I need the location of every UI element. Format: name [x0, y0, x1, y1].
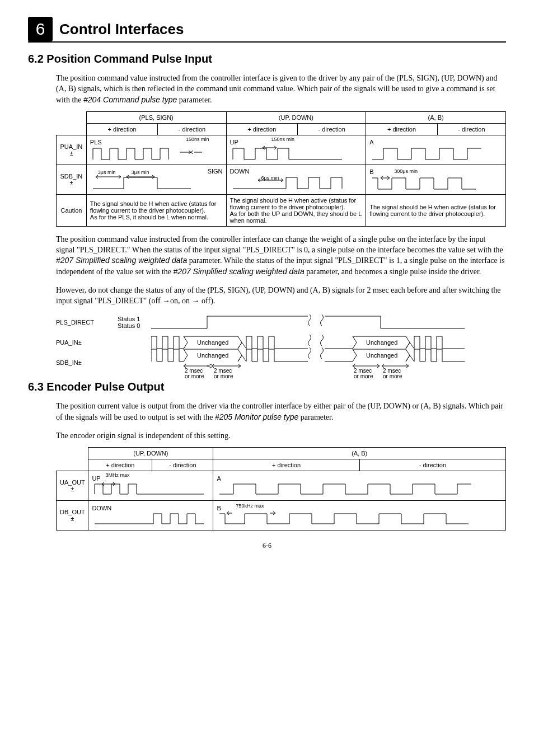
- waveform-up-icon: [230, 145, 348, 161]
- waveform-sign-icon: [90, 175, 208, 191]
- timing-6us: 6μs min: [261, 175, 279, 181]
- sec62-para2: The position command value instructed fr…: [56, 234, 506, 278]
- page-footer: 6-6: [28, 542, 506, 550]
- sub-minus: - direction: [152, 459, 213, 471]
- encoder-output-table: (UP, DOWN) (A, B) + direction - directio…: [56, 447, 506, 530]
- label-pls: PLS: [90, 139, 102, 145]
- param-207-b: #207 Simplified scaling weighted data: [174, 267, 305, 276]
- waveform-down-out-icon: [92, 511, 209, 526]
- signal-pls-direct: PLS_DIRECT: [56, 319, 118, 326]
- sub-minus: - direction: [359, 459, 505, 471]
- sub-plus: + direction: [226, 123, 298, 135]
- caution-3: The signal should be H when active (stat…: [366, 194, 506, 226]
- cell-down-out: DOWN: [88, 500, 213, 530]
- waveform-b-out-icon: [217, 511, 474, 526]
- text: parameter, and becomes a single pulse in…: [306, 267, 481, 276]
- waveform-pls-direct-icon: [151, 313, 465, 332]
- waveform-down-icon: [230, 175, 348, 191]
- label-a: A: [217, 475, 221, 482]
- ormore-2: or more: [214, 373, 233, 379]
- timing-3us-1: 3μs min: [98, 170, 116, 175]
- waveform-up-out-icon: [92, 482, 209, 496]
- section-6-3-heading: 6.3 Encoder Pulse Output: [28, 381, 506, 393]
- unchanged-4: Unchanged: [366, 352, 397, 359]
- section-6-2-heading: 6.2 Position Command Pulse Input: [28, 53, 506, 65]
- cell-sign: SIGN 3μs min 3μs min: [86, 165, 226, 194]
- caution-1: The signal should be H when active (stat…: [86, 194, 226, 226]
- col-a-b: (A, B): [366, 111, 506, 123]
- sec62-para3: However, do not change the status of any…: [56, 285, 506, 307]
- text: The position command value instructed fr…: [56, 235, 503, 254]
- param-207-a: #207 Simplified scaling weighted data: [56, 256, 187, 265]
- ormore-4: or more: [383, 373, 402, 379]
- waveform-b-icon: [369, 175, 487, 191]
- cell-b: B 300μs min: [366, 165, 506, 194]
- sec62-para1: The position command value instructed fr…: [56, 73, 506, 106]
- sub-minus: - direction: [437, 123, 505, 135]
- ormore-1: or more: [185, 373, 204, 379]
- cell-down: DOWN 6μs min: [226, 165, 366, 194]
- label-sign: SIGN: [208, 168, 223, 175]
- timing-300us: 300μs min: [394, 168, 418, 174]
- status-1: Status 1: [118, 316, 151, 322]
- cell-pls: PLS 150ns min: [86, 135, 226, 165]
- timing-150ns: 150ns min: [271, 137, 295, 142]
- cell-a: A: [366, 135, 506, 165]
- unchanged-2: Unchanged: [366, 339, 397, 346]
- label-down: DOWN: [92, 505, 111, 511]
- timing-750khz: 750kHz max: [236, 503, 264, 509]
- label-b: B: [369, 168, 373, 175]
- label-down: DOWN: [230, 168, 250, 175]
- timing-3mhz: 3MHz max: [105, 472, 129, 478]
- unchanged-1: Unchanged: [197, 339, 228, 346]
- label-up: UP: [92, 475, 100, 482]
- pulse-input-table: (PLS, SIGN) (UP, DOWN) (A, B) + directio…: [56, 111, 506, 227]
- sec63-para2: The encoder origin signal is independent…: [56, 431, 506, 442]
- param-204: #204 Command pulse type: [83, 95, 177, 104]
- col-a-b: (A, B): [213, 447, 506, 459]
- waveform-a-icon: [369, 145, 487, 161]
- col-up-down: (UP, DOWN): [226, 111, 366, 123]
- chapter-number: 6: [28, 17, 53, 41]
- cell-b-out: B 750kHz max: [213, 500, 506, 530]
- sec63-para1: The position current value is output fro…: [56, 401, 506, 423]
- waveform-pls-icon: [90, 145, 208, 161]
- chapter-header: 6 Control Interfaces: [28, 17, 506, 43]
- unchanged-3: Unchanged: [197, 352, 228, 359]
- row-pua-in: PUA_IN ±: [57, 135, 87, 165]
- row-db-out: DB_OUT ±: [57, 500, 88, 530]
- sub-minus: - direction: [158, 123, 226, 135]
- text: parameter.: [179, 96, 212, 104]
- row-ua-out: UA_OUT ±: [57, 471, 88, 500]
- waveform-sdb-in-icon: Unchanged Unchanged 2 msec 2 msec or mor…: [151, 346, 465, 379]
- col-up-down: (UP, DOWN): [88, 447, 213, 459]
- status-0: Status 0: [118, 322, 151, 329]
- signal-pua-in: PUA_IN±: [56, 339, 118, 346]
- timing-diagram: PLS_DIRECT Status 1 Status 0 PUA_IN± Unc…: [56, 312, 506, 373]
- param-205: #205 Monitor pulse type: [215, 412, 298, 421]
- sub-plus: + direction: [86, 123, 158, 135]
- sub-minus: - direction: [298, 123, 366, 135]
- sub-plus: + direction: [213, 459, 359, 471]
- cell-up-out: UP 3MHz max: [88, 471, 213, 500]
- cell-a-out: A: [213, 471, 506, 500]
- sub-plus: + direction: [88, 459, 152, 471]
- col-pls-sign: (PLS, SIGN): [86, 111, 226, 123]
- text: parameter.: [301, 413, 334, 421]
- ormore-3: or more: [354, 373, 373, 379]
- timing-150ns: 150ns min: [186, 137, 209, 142]
- sub-plus: + direction: [366, 123, 438, 135]
- row-caution: Caution: [57, 194, 87, 226]
- label-a: A: [369, 139, 373, 145]
- caution-2: The signal should be H when active (stat…: [226, 194, 366, 226]
- cell-up: UP 150ns min: [226, 135, 366, 165]
- timing-3us-2: 3μs min: [132, 170, 149, 175]
- waveform-a-out-icon: [217, 482, 474, 496]
- row-sdb-in: SDB_IN ±: [57, 165, 87, 194]
- label-b: B: [217, 505, 221, 511]
- chapter-title: Control Interfaces: [59, 21, 184, 38]
- signal-sdb-in: SDB_IN±: [56, 359, 118, 366]
- label-up: UP: [230, 139, 238, 145]
